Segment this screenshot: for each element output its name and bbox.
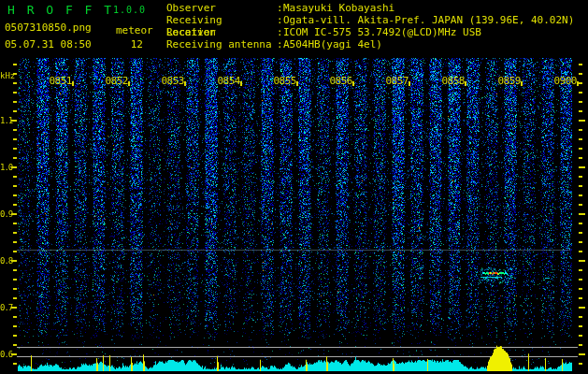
time-tick-label: 0851: [46, 75, 72, 87]
freq-tick-label: 0.7: [0, 303, 12, 312]
receiver-info-row: Observer:Masayuki Kobayashi: [166, 2, 574, 14]
spectrogram-canvas: [0, 0, 588, 374]
freq-axis-unit: kHz: [0, 71, 15, 80]
info-value: Ogata-vill. Akita-Pref. JAPAN (139.96E, …: [283, 14, 574, 26]
app-version: 1.0.0: [113, 6, 146, 15]
info-value: ICOM IC-575 53.7492(@LCD)MHz USB: [283, 26, 481, 38]
freq-tick-label: 1.1: [0, 116, 12, 125]
time-tick-label: 0857: [382, 75, 409, 87]
time-tick-label: 0852: [102, 75, 128, 87]
info-label: Receiving antenna: [166, 38, 277, 50]
hrofft-window: H R O F F T 1.0.0 0507310850.png meteor …: [0, 0, 588, 374]
info-colon: :: [277, 2, 283, 14]
app-title: H R O F F T: [7, 4, 114, 16]
freq-tick-label: 0.8: [0, 256, 12, 266]
meteor-label: meteor: [116, 25, 153, 36]
info-label: Receiving Location: [166, 14, 277, 26]
receiver-info: Observer:Masayuki KobayashiReceiving Loc…: [166, 2, 574, 50]
receiver-info-row: Receiver:ICOM IC-575 53.7492(@LCD)MHz US…: [166, 26, 574, 38]
time-tick-label: 0900: [551, 75, 577, 87]
time-tick-label: 0855: [270, 75, 296, 87]
freq-tick-label: 0.9: [0, 209, 12, 219]
info-colon: :: [277, 38, 283, 50]
time-tick-label: 0854: [214, 75, 240, 87]
time-tick-label: 0858: [438, 75, 465, 87]
meteor-count: 12: [119, 39, 143, 50]
info-label: Observer: [166, 2, 277, 14]
time-tick-label: 0859: [495, 75, 521, 87]
receiver-info-row: Receiving Location:Ogata-vill. Akita-Pre…: [166, 14, 574, 26]
filename: 0507310850.png: [5, 22, 92, 33]
time-tick-label: 0853: [158, 75, 184, 87]
freq-tick-label: 0.6: [0, 350, 12, 359]
info-value: A504HB(yagi 4el): [283, 38, 382, 50]
info-colon: :: [277, 26, 283, 38]
info-value: Masayuki Kobayashi: [283, 2, 394, 14]
freq-tick-label: 1.0: [0, 163, 12, 172]
receiver-info-row: Receiving antenna:A504HB(yagi 4el): [166, 38, 574, 50]
datetime: 05.07.31 08:50: [5, 39, 92, 50]
info-colon: :: [277, 14, 283, 26]
info-label: Receiver: [166, 26, 277, 38]
time-tick-label: 0856: [326, 75, 352, 87]
